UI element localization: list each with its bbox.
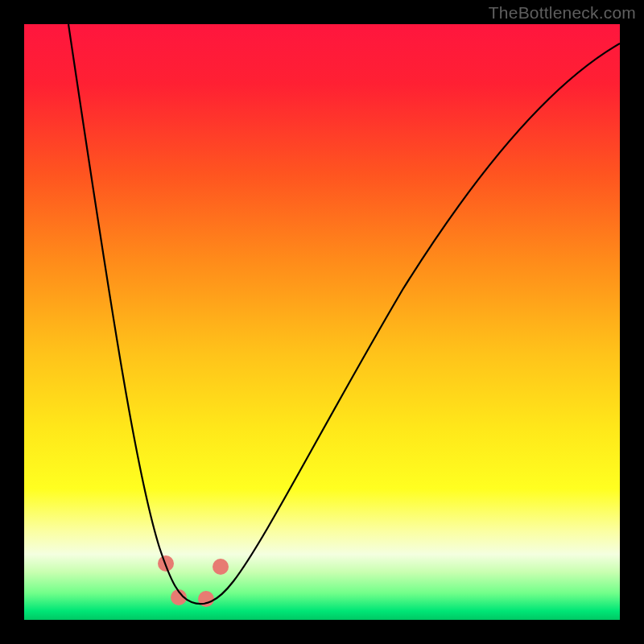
plot-area: [24, 24, 620, 620]
marker-right-upper: [213, 559, 229, 575]
curve-layer: [24, 24, 620, 620]
bottleneck-curve: [68, 24, 620, 604]
watermark-text: TheBottleneck.com: [489, 3, 636, 23]
